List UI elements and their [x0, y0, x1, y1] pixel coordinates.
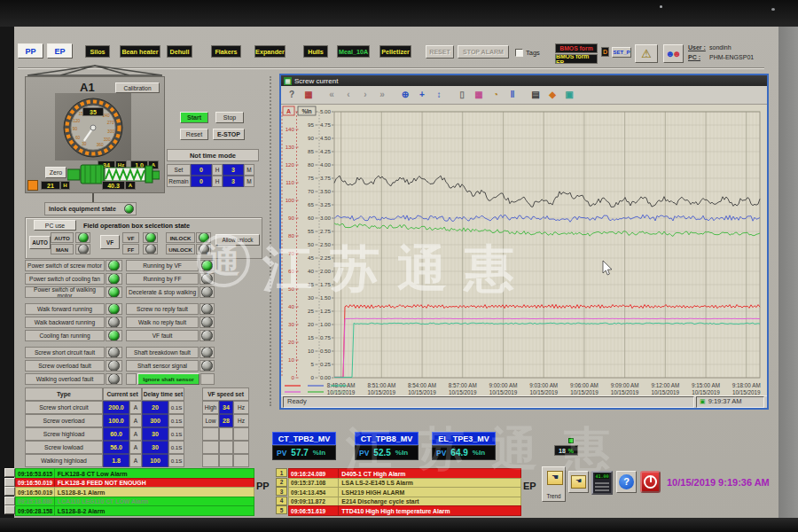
nav-button-silos[interactable]: Silos	[85, 45, 110, 58]
nav-button-pelletizer[interactable]: Pelletizer	[379, 45, 411, 58]
tags-checkbox[interactable]	[515, 49, 523, 57]
ep-alarm-row[interactable]: 09:06:51.619TTD410 High High temperature…	[288, 505, 521, 514]
remain-minutes-unit: M	[244, 176, 254, 187]
page-back-icon[interactable]: ‹	[340, 88, 356, 103]
svg-text:90: 90	[308, 135, 314, 141]
ep-page-button[interactable]: EP	[47, 43, 73, 59]
ep-alarm-row[interactable]: 09:14:13.454LSH219 HIGH ALARM	[288, 487, 521, 496]
image-icon[interactable]: ▣	[561, 88, 577, 103]
trend-status-icon: ▣	[700, 397, 706, 406]
allow-unlock-button[interactable]: Allow unlock	[215, 234, 260, 246]
stop-button[interactable]: Stop	[215, 112, 244, 123]
v-scale-icon[interactable]: ↕	[431, 88, 447, 103]
pc-use-button[interactable]: PC use	[34, 220, 76, 231]
pp-alarm-row[interactable]: 09:06:28.158LS128-8-2 Alarm	[15, 505, 254, 514]
prot-current-screw-lowload[interactable]: 56.0	[103, 441, 129, 454]
pp-alarm-row[interactable]: 09:16:50.019LS128-8-1 Alarm	[15, 487, 254, 496]
svg-text:1.50: 1.50	[320, 294, 332, 301]
reset-run-button[interactable]: Reset	[180, 129, 208, 140]
skip-end-icon[interactable]: »	[374, 88, 390, 103]
clock-icon[interactable]: ◔	[488, 88, 504, 103]
stop-alarm-button[interactable]: STOP ALARM	[458, 45, 509, 59]
svg-text:9:03:00 AM: 9:03:00 AM	[529, 382, 558, 388]
pp-alarm-selector[interactable]	[4, 478, 15, 487]
pause-icon[interactable]: ‖	[505, 88, 520, 103]
prot-current-screw-overload[interactable]: 100.0	[103, 414, 129, 427]
skip-start-icon[interactable]: «	[324, 88, 340, 103]
trend-button-icon: ☚	[547, 471, 563, 485]
pp-alarm-selector[interactable]	[4, 468, 15, 477]
ep-alarm-row[interactable]: 09:15:37.108LSA LS-2-E145 LS Alarm	[288, 478, 521, 487]
prot-delay-walking-highload[interactable]: 100	[142, 454, 168, 467]
ep-alarm-row[interactable]: 09:09:11.872E214 Discharge cycle start	[288, 497, 521, 505]
status-lamp-cell-walk-forward-running	[106, 303, 122, 315]
pv-tag-ct-tpb8-mv[interactable]: CT_TPB8_MVPV52.5%In	[355, 432, 419, 460]
set-minutes-cell[interactable]: 3	[223, 164, 244, 176]
trend-button[interactable]: ☚ Trend	[542, 466, 566, 502]
prot-delay-screw-short-circuit[interactable]: 20	[142, 401, 168, 414]
ignore-shaft-sensor-button[interactable]: Ignore shaft sensor	[137, 373, 200, 385]
pp-alarm-selector[interactable]	[4, 505, 15, 514]
help-button[interactable]: ?	[616, 471, 637, 493]
calendar-icon[interactable]: ▦	[301, 88, 317, 103]
nav-button-meal-10a[interactable]: Meal_10A	[337, 45, 370, 58]
alarm-ack-button[interactable]: ⚠	[635, 44, 658, 63]
svg-text:0.25: 0.25	[320, 361, 332, 367]
power-button[interactable]	[640, 471, 661, 493]
pv-tag-ct-tpb2-mv[interactable]: CT_TPB2_MVPV57.7%In	[272, 432, 336, 460]
pp-alarm-selector[interactable]	[4, 487, 15, 496]
export-icon[interactable]: ◆	[544, 88, 560, 103]
tags-checkbox-label: Tags	[526, 49, 540, 57]
page-forward-icon[interactable]: ›	[357, 88, 373, 103]
set-hours-cell[interactable]: 0	[191, 164, 212, 176]
calibration-button[interactable]: Calibration	[115, 82, 160, 93]
status-lamp-cell-walk-no-reply-fault	[200, 317, 215, 328]
users-button[interactable]: ☻☻	[663, 44, 684, 63]
vf-speed-value-low[interactable]: 28	[219, 414, 233, 427]
pp-alarm-row[interactable]: 09:16:53.615FLK128-8 CT Low Alarm	[15, 468, 254, 477]
pp-page-button[interactable]: PP	[18, 43, 43, 59]
nav-button-dehull[interactable]: Dehull	[167, 45, 192, 58]
auto-man-button[interactable]: AUTO	[29, 236, 51, 249]
bmos-form-ep-button[interactable]: BMOS form EP	[555, 54, 598, 64]
svg-text:9:15:00 AM: 9:15:00 AM	[692, 382, 720, 388]
ep-alarm-row[interactable]: 09:16:24.089D405-1 CT High Alarm	[288, 468, 521, 477]
svg-text:75: 75	[308, 175, 314, 181]
pp-alarm-selector[interactable]	[4, 497, 15, 505]
page-select-button[interactable]: ☚	[568, 471, 589, 493]
svg-text:10/15/2019: 10/15/2019	[570, 389, 598, 395]
prot-current-walking-highload[interactable]: 1.8	[103, 454, 129, 467]
svg-text:0.00: 0.00	[320, 374, 332, 380]
pan-icon[interactable]: +	[414, 88, 430, 103]
estop-button[interactable]: E-STOP	[213, 129, 245, 140]
help-icon[interactable]: ?	[284, 88, 300, 103]
svg-text:4.25: 4.25	[320, 148, 332, 154]
nav-button-flakers[interactable]: Flakers	[211, 45, 241, 58]
pp-alarm-row[interactable]: 09:15:18.680LCA110 LEG110 CT LOW Alarm	[15, 497, 254, 505]
prot-delay-screw-highload[interactable]: 30	[142, 427, 168, 441]
prot-delay-screw-lowload[interactable]: 30	[142, 441, 168, 454]
prot-current-screw-short-circuit[interactable]: 200.0	[103, 401, 129, 414]
prot-delay-screw-overload[interactable]: 300	[142, 414, 168, 427]
vf-ff-button[interactable]: VF	[100, 235, 120, 249]
bmos-form-button[interactable]: BMOS form	[555, 43, 598, 53]
set-p-button[interactable]: SET_P	[612, 47, 631, 58]
prot-current-screw-highload[interactable]: 60.0	[103, 427, 129, 441]
pp-alarm-row[interactable]: 09:16:50.019FLK128-8 FEED NOT ENOUGH	[15, 478, 254, 487]
print-icon[interactable]: ▤	[528, 88, 544, 103]
reset-button[interactable]: RESET	[426, 45, 454, 59]
zoom-icon[interactable]: ⊕	[397, 88, 413, 103]
palette-icon[interactable]: ▦	[471, 88, 487, 103]
pv-value: 64.9	[450, 448, 467, 458]
nav-button-hulls[interactable]: Hulls	[303, 45, 328, 58]
nav-button-bean-heater[interactable]: Bean heater	[120, 45, 160, 58]
calculator-button[interactable]: 41.00	[591, 471, 613, 495]
pv-tag-el-tpe3-mv[interactable]: EL_TPE3_MVPV64.9%In	[432, 432, 496, 460]
zero-button[interactable]: Zero	[45, 167, 66, 178]
start-button[interactable]: Start	[180, 112, 208, 123]
vf-speed-value-high[interactable]: 34	[219, 401, 233, 414]
d-mini-icon[interactable]: D	[601, 47, 609, 57]
copy-icon[interactable]: ▯	[454, 88, 470, 103]
trend-window-titlebar[interactable]: ▦ Screw current	[281, 75, 767, 86]
nav-button-expander[interactable]: Expander	[254, 45, 286, 58]
